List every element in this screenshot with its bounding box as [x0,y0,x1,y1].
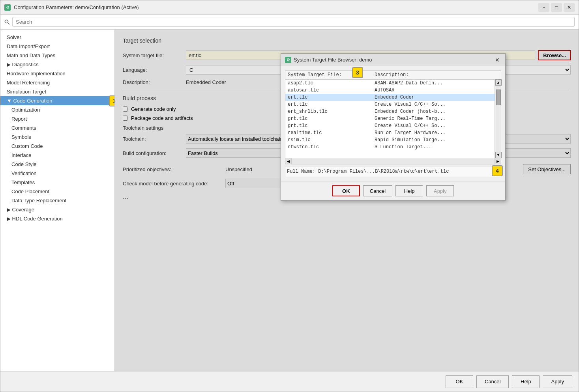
sidebar-item-symbols[interactable]: Symbols [0,133,114,142]
modal-body: 3 System Target File: Description: asap2… [281,66,505,181]
file-list-item[interactable]: ert_shrlib.tlcEmbedded Coder (host-b... [285,108,495,115]
sidebar-item-custom-code[interactable]: Custom Code [0,142,114,151]
file-description: Generic Real-Time Targ... [375,116,492,121]
file-list-item[interactable]: ert.tlcEmbedded Coder [285,94,495,101]
apply-button[interactable]: Apply [543,375,572,388]
help-button[interactable]: Help [512,375,540,388]
ok-button[interactable]: OK [446,375,473,388]
sidebar-item-data-type-replacement[interactable]: Data Type Replacement [0,196,114,205]
file-name: grt.tlc [288,116,375,121]
file-list[interactable]: asap2.tlcASAM-ASAP2 Data Defin...autosar… [285,79,495,158]
content-area: Target selection System target file: Bro… [115,30,579,371]
sidebar-item-code-placement[interactable]: Code Placement [0,187,114,196]
sidebar-item-interface[interactable]: Interface [0,151,114,160]
sidebar-item-hdl-code-generation[interactable]: ▶ HDL Code Generation [0,214,114,223]
maximize-button[interactable]: □ [551,3,562,12]
modal-help-button[interactable]: Help [395,185,423,196]
file-description: Embedded Coder (host-b... [375,109,492,114]
file-list-item[interactable]: autosar.tlcAUTOSAR [285,87,495,94]
sidebar-item-verification[interactable]: Verification [0,169,114,178]
file-name: rtwsfcn.tlc [288,144,375,150]
cancel-button[interactable]: Cancel [476,375,509,388]
sidebar-item-hardware-impl[interactable]: Hardware Implementation [0,69,114,78]
modal-cancel-button[interactable]: Cancel [363,185,392,196]
close-button[interactable]: ✕ [564,3,575,12]
search-input[interactable] [12,17,575,27]
file-list-item[interactable]: ert.tlcCreate Visual C/C++ So... [285,101,495,108]
main-window: ⚙ Configuration Parameters: demo/Configu… [0,0,579,392]
horizontal-scrollbar[interactable]: ◀ ▶ [285,158,501,164]
minimize-button[interactable]: − [538,3,549,12]
file-list-scrollbar[interactable]: ▲ ▼ [495,79,501,158]
file-name: ert.tlc [288,95,375,100]
modal-overlay: ⚙ System Target File Browser: demo ✕ 3 S… [115,30,579,371]
file-name: autosar.tlc [288,88,375,93]
main-content: SolverData Import/ExportMath and Data Ty… [0,30,579,371]
file-description: Run on Target Hardware... [375,130,492,136]
file-list-item[interactable]: rtwsfcn.tlcS-Function Target... [285,144,495,151]
sidebar-item-coverage[interactable]: ▶ Coverage [0,205,114,214]
file-description: ASAM-ASAP2 Data Defin... [375,80,492,86]
sidebar-item-comments[interactable]: Comments [0,123,114,133]
file-list-item[interactable]: grt.tlcCreate Visual C/C++ So... [285,122,495,129]
svg-line-1 [8,22,10,24]
sidebar-item-model-referencing[interactable]: Model Referencing [0,78,114,87]
title-bar: ⚙ Configuration Parameters: demo/Configu… [0,0,579,15]
file-list-item[interactable]: asap2.tlcASAM-ASAP2 Data Defin... [285,80,495,87]
h-scroll-track [292,159,495,164]
h-scroll-left-button[interactable]: ◀ [285,158,292,164]
window-title: Configuration Parameters: demo/Configura… [14,4,139,10]
sidebar-item-code-generation[interactable]: ▼ Code Generation1 [0,96,114,105]
search-bar [0,15,579,30]
modal-footer: OK Cancel Help Apply [281,181,505,200]
sidebar-item-solver[interactable]: Solver [0,33,114,42]
sidebar-item-report[interactable]: Report [0,114,114,123]
title-bar-left: ⚙ Configuration Parameters: demo/Configu… [4,4,139,11]
col-desc-header: Description: [375,72,498,78]
sidebar-item-code-style[interactable]: Code Style [0,160,114,169]
file-list-container: asap2.tlcASAM-ASAP2 Data Defin...autosar… [285,79,501,158]
file-list-item[interactable]: rsim.tlcRapid Simulation Targe... [285,136,495,144]
file-description: Embedded Coder [375,95,492,100]
callout-3: 3 [352,67,363,78]
app-icon: ⚙ [4,4,11,11]
file-list-item[interactable]: realtime.tlcRun on Target Hardware... [285,129,495,136]
scroll-down-button[interactable]: ▼ [495,152,502,158]
sidebar-item-math-data-types[interactable]: Math and Data Types [0,51,114,60]
modal-ok-button[interactable]: OK [332,185,360,196]
sidebar-item-data-import-export[interactable]: Data Import/Export [0,42,114,51]
sidebar-item-simulation-target[interactable]: Simulation Target [0,87,114,96]
file-name: realtime.tlc [288,130,375,136]
title-controls: − □ ✕ [538,3,575,12]
file-description: Rapid Simulation Targe... [375,137,492,143]
h-scroll-right-button[interactable]: ▶ [495,158,501,164]
file-list-header: System Target File: Description: [285,70,501,79]
callout-4: 4 [492,165,503,176]
scroll-up-button[interactable]: ▲ [495,79,502,86]
modal-title-bar: ⚙ System Target File Browser: demo ✕ [281,54,505,66]
svg-point-0 [5,20,8,23]
modal-title-left: ⚙ System Target File Browser: demo [285,57,372,63]
modal-close-button[interactable]: ✕ [493,56,501,64]
sidebar-item-optimization[interactable]: Optimization [0,105,114,114]
sidebar: SolverData Import/ExportMath and Data Ty… [0,30,115,371]
full-path: Full Name: D:\Program Files\...B\R2018a\… [285,166,501,177]
footer-bar: OK Cancel Help Apply [0,371,579,392]
callout-1: 1 [109,95,115,106]
modal-icon: ⚙ [285,57,291,63]
sidebar-item-diagnostics[interactable]: ▶ Diagnostics [0,60,114,69]
file-name: ert.tlc [288,102,375,107]
scroll-track [496,86,501,152]
search-icon [4,19,10,25]
sidebar-item-templates[interactable]: Templates [0,178,114,187]
file-list-item[interactable]: grt.tlcGeneric Real-Time Targ... [285,115,495,122]
file-description: Create Visual C/C++ So... [375,102,492,107]
file-name: rsim.tlc [288,137,375,143]
file-description: S-Function Target... [375,144,492,150]
file-name: asap2.tlc [288,80,375,86]
file-name: ert_shrlib.tlc [288,109,375,114]
system-target-browser-modal: ⚙ System Target File Browser: demo ✕ 3 S… [281,53,506,201]
file-description: Create Visual C/C++ So... [375,123,492,129]
modal-apply-button[interactable]: Apply [426,185,454,196]
scroll-thumb[interactable] [496,90,501,105]
